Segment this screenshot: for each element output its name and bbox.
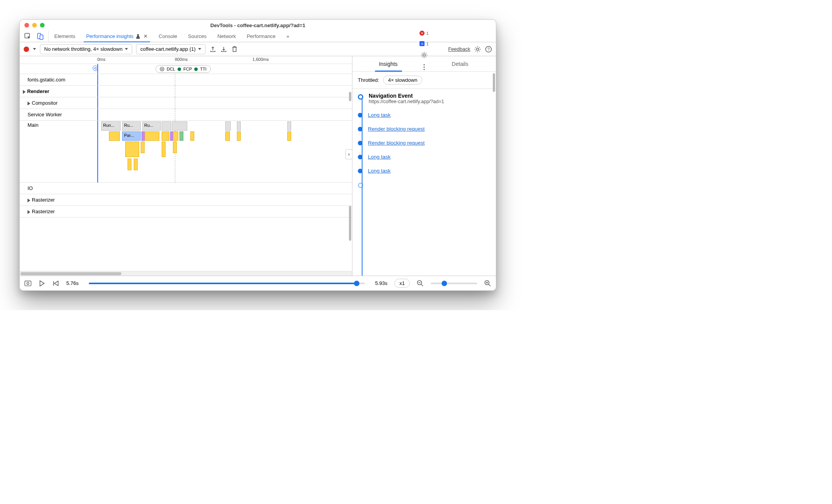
flame-block[interactable]	[134, 159, 138, 170]
throttled-value-pill[interactable]: 4× slowdown	[383, 76, 423, 85]
flame-block[interactable]	[190, 131, 194, 141]
timing-markers-row: ⟲ DCL FCP TTI	[20, 64, 352, 74]
close-tab-icon[interactable]: ✕	[143, 33, 148, 39]
tab-sources[interactable]: Sources	[183, 31, 212, 42]
main-split: 0ms 800ms 1,600ms ⟲ DCL FCP TTI	[20, 56, 496, 276]
help-icon[interactable]: ?	[485, 46, 492, 53]
insight-link[interactable]: Long task	[368, 168, 391, 174]
flame-block[interactable]	[173, 131, 178, 141]
zoom-slider[interactable]	[431, 283, 477, 284]
insight-item[interactable]: Render blocking request	[358, 139, 490, 146]
speed-selector[interactable]: x1	[394, 279, 410, 288]
svg-text:?: ?	[487, 47, 490, 52]
flame-block[interactable]	[125, 142, 139, 157]
insight-item[interactable]: Long task	[358, 111, 490, 118]
insight-link[interactable]: Long task	[368, 154, 391, 160]
track-compositor-header[interactable]: Compositor	[20, 97, 352, 109]
flame-block[interactable]	[145, 131, 159, 141]
export-icon[interactable]	[209, 46, 216, 53]
time-ruler[interactable]: 0ms 800ms 1,600ms	[20, 56, 352, 64]
flame-block[interactable]	[237, 131, 241, 141]
insight-link[interactable]: Long task	[368, 112, 391, 118]
tabs-overflow[interactable]: »	[281, 31, 295, 42]
flame-task[interactable]	[162, 121, 171, 131]
disclosure-icon	[28, 198, 30, 202]
playback-bar: 5.76s 5.93s x1	[20, 276, 496, 290]
error-count-badge[interactable]: ✕ 1	[419, 31, 428, 36]
delete-icon[interactable]	[231, 46, 238, 53]
tab-performance[interactable]: Performance	[241, 31, 281, 42]
flame-task[interactable]: Ru...	[142, 121, 161, 131]
insight-navigation-event[interactable]: Navigation Event https://coffee-cart.net…	[358, 93, 490, 104]
minimize-window-button[interactable]	[32, 23, 37, 28]
message-count-badge[interactable]: ≡ 1	[419, 41, 428, 46]
flame-task[interactable]	[225, 121, 231, 131]
screenshot-toggle-icon[interactable]	[24, 280, 31, 287]
flame-task[interactable]	[287, 121, 291, 131]
device-toolbar-icon[interactable]	[37, 33, 44, 40]
rewind-to-start-button[interactable]	[52, 280, 59, 287]
playhead-handle-icon[interactable]: ⟲	[93, 66, 98, 71]
track-renderer-header[interactable]: Renderer	[20, 86, 352, 97]
flame-block[interactable]	[128, 159, 131, 170]
insight-link[interactable]: Render blocking request	[368, 126, 425, 132]
timeline-horizontal-scrollbar[interactable]	[20, 271, 352, 276]
flame-parse[interactable]: Par...	[122, 131, 141, 141]
panel-settings-gear-icon[interactable]	[474, 46, 481, 53]
insights-list: Navigation Event https://coffee-cart.net…	[352, 89, 496, 276]
tab-elements[interactable]: Elements	[49, 31, 81, 42]
flame-block[interactable]	[173, 142, 177, 153]
flame-block[interactable]	[287, 131, 291, 141]
main-flame-lane[interactable]: Run... Ru... Ru... Par...	[97, 121, 352, 183]
insight-link[interactable]: Render blocking request	[368, 140, 425, 146]
record-button[interactable]	[24, 47, 29, 52]
flame-task[interactable]: Ru...	[122, 121, 141, 131]
tab-network[interactable]: Network	[212, 31, 242, 42]
zoom-in-icon[interactable]	[484, 280, 491, 287]
track-rasterizer-1[interactable]: Rasterizer	[20, 194, 352, 206]
flame-task[interactable]: Run...	[101, 121, 121, 131]
timing-markers-pill[interactable]: DCL FCP TTI	[155, 65, 211, 73]
tab-details[interactable]: Details	[424, 56, 496, 71]
flame-block[interactable]	[180, 131, 183, 141]
throttling-select[interactable]: No network throttling, 4× slowdown	[40, 44, 132, 54]
playback-slider[interactable]	[89, 283, 365, 284]
svg-line-20	[488, 284, 490, 286]
track-rasterizer-2[interactable]: Rasterizer	[20, 206, 352, 217]
close-window-button[interactable]	[24, 23, 29, 28]
feedback-link[interactable]: Feedback	[448, 46, 470, 52]
disclosure-icon	[28, 210, 30, 214]
slider-knob[interactable]	[354, 281, 359, 286]
tab-console[interactable]: Console	[153, 31, 183, 42]
insight-item[interactable]: Long task	[358, 167, 490, 174]
record-options-dropdown[interactable]	[33, 48, 36, 50]
total-time: 5.93s	[375, 280, 387, 286]
insight-item[interactable]: Render blocking request	[358, 125, 490, 132]
insight-item[interactable]: Long task	[358, 153, 490, 160]
page-select[interactable]: coffee-cart.netlify.app (1)	[136, 44, 205, 54]
play-button[interactable]	[38, 280, 45, 287]
inspect-element-icon[interactable]	[24, 33, 31, 40]
track-row: fonts.gstatic.com	[20, 74, 352, 86]
tab-performance-insights[interactable]: Performance insights ✕	[81, 31, 153, 42]
svg-point-13	[27, 282, 29, 284]
flame-block[interactable]	[162, 142, 166, 157]
timeline-node-icon	[358, 169, 362, 173]
ruler-tick-2: 1,600ms	[252, 57, 269, 62]
flame-task[interactable]	[237, 121, 241, 131]
import-icon[interactable]	[220, 46, 227, 53]
message-icon: ≡	[419, 41, 425, 46]
flame-block[interactable]	[141, 142, 145, 153]
maximize-window-button[interactable]	[40, 23, 45, 28]
insights-tabs: Insights Details	[352, 56, 496, 72]
chevron-down-icon	[125, 48, 128, 50]
zoom-knob[interactable]	[442, 281, 447, 286]
flame-block[interactable]	[225, 131, 230, 141]
zoom-out-icon[interactable]	[417, 280, 424, 287]
tab-insights[interactable]: Insights	[352, 56, 424, 71]
timeline-node-open-icon	[358, 94, 363, 100]
flame-block[interactable]	[109, 131, 120, 141]
flame-task[interactable]	[172, 121, 187, 131]
flame-block[interactable]	[162, 131, 169, 141]
collapse-sidebar-button[interactable]: ›	[345, 149, 352, 159]
